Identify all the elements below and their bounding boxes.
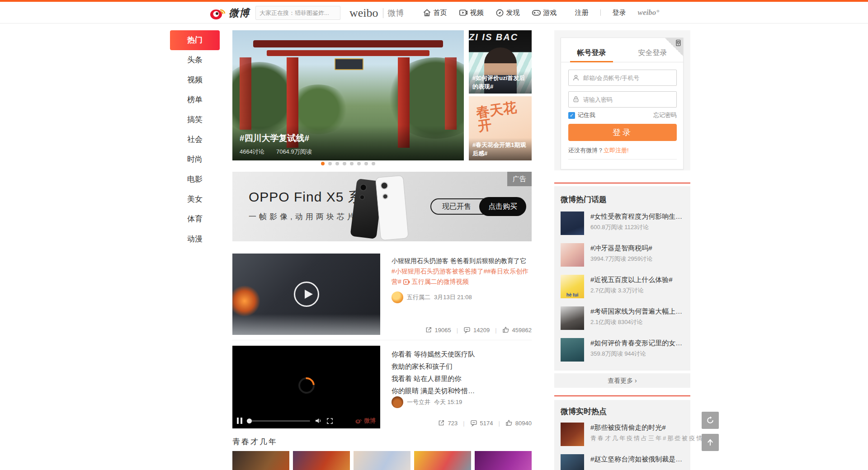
remember-checkbox[interactable]: ✓ (568, 112, 575, 119)
carousel-dot[interactable] (364, 162, 368, 165)
fullscreen-icon[interactable] (326, 418, 333, 424)
account-input[interactable] (583, 75, 673, 81)
topic-thumbnail (561, 338, 584, 362)
forgot-password-link[interactable]: 忘记密码 (653, 111, 677, 119)
password-input[interactable] (583, 96, 673, 103)
brand-divider (383, 8, 383, 18)
post2-stats: 723 | 5174 | 80940 (438, 419, 532, 427)
refresh-button[interactable] (702, 412, 719, 429)
post2-comment-button[interactable]: 5174 (470, 419, 493, 427)
view-more-button[interactable]: 查看更多 › (554, 373, 690, 388)
weibo-logo[interactable]: 微博 (210, 6, 250, 20)
post2-share-button[interactable]: 723 (438, 419, 458, 427)
carousel-dot[interactable] (372, 162, 375, 165)
login-button[interactable]: 登录 (568, 124, 677, 141)
post2-avatar[interactable] (392, 396, 403, 408)
post2-video-thumbnail[interactable]: 微博 (232, 346, 380, 428)
search-input[interactable] (259, 9, 339, 16)
post1-share-button[interactable]: 19065 (425, 326, 451, 334)
gate-pillar (445, 57, 457, 130)
post2-text[interactable]: 你看着 等待嫣然天使医疗队 救助的家长和孩子们 我看着 站在人群里的你 你的眼睛… (392, 348, 533, 397)
topic-item[interactable]: #女性受教育程度为何影响生育意愿# 600.8万阅读 1123讨论 (561, 212, 684, 240)
post1-author-name[interactable]: 五行属二 (407, 293, 430, 301)
sidebar-item-headlines[interactable]: 头条 (170, 50, 220, 70)
sidebar-item-video[interactable]: 视频 (170, 70, 220, 90)
sidebar-item-beauty[interactable]: 美女 (170, 189, 220, 209)
nav-home[interactable]: 首页 (423, 9, 447, 17)
topic-thumbnail: hè tui (561, 275, 584, 298)
sidebar-item-anime[interactable]: 动漫 (170, 229, 220, 249)
brand-wordmark: weibo 微博 (349, 6, 404, 20)
feed-thumbnail[interactable] (293, 451, 350, 470)
sidebar-item-fashion[interactable]: 时尚 (170, 150, 220, 169)
ad-buy-button[interactable]: 点击购买 (479, 197, 526, 216)
signup-link[interactable]: 立即注册! (604, 147, 629, 154)
carousel-dot[interactable] (328, 162, 332, 165)
carousel-main-slide[interactable]: #四川大学复试线# 4664讨论 7064.9万阅读 (232, 30, 464, 160)
carousel-dot[interactable] (321, 162, 325, 165)
topic-item[interactable]: #考研国家线为何普遍大幅上涨# 2.1亿阅读 8304讨论 (561, 306, 684, 334)
sidebar-item-society[interactable]: 社会 (170, 130, 220, 150)
volume-icon[interactable] (315, 418, 322, 424)
sidebar-item-sports[interactable]: 体育 (170, 209, 220, 229)
feed-thumbnail[interactable] (475, 451, 532, 470)
carousel-title[interactable]: #四川大学复试线# (240, 132, 457, 144)
video-icon (459, 9, 468, 17)
ad-banner-oppo[interactable]: 广告 OPPO Find X5 系列 一帧影像,动用两块芯片 现已开售 点击购买 (232, 172, 532, 241)
nav-game[interactable]: 游戏 (532, 9, 557, 17)
top-navigation: 首页 视频 发现 游戏 注册 登录 (423, 2, 659, 24)
search-box[interactable] (255, 6, 340, 20)
sidebar-item-hot[interactable]: 热门 (170, 30, 220, 50)
post1-video-link[interactable]: 五行属二的微博视频 (412, 278, 469, 285)
post1-text[interactable]: 小猩猩用石头扔游客 爸爸看到后狠狠的教育了它 #小猩猩用石头扔游客被爸爸揍了##… (392, 256, 533, 287)
share-icon (438, 419, 445, 427)
carousel-dot[interactable] (335, 162, 339, 165)
realtime-item[interactable]: #赵立坚称台湾如被俄制裁是咎由自… (561, 454, 684, 470)
login-card: 帐号登录 安全登录 ✓ 记住我 忘记密码 登录 还没有微博？立即注册! (561, 38, 684, 169)
feed-thumbnail[interactable] (354, 451, 410, 470)
play-button-icon[interactable] (294, 282, 319, 307)
tab-safe-login[interactable]: 安全登录 (622, 45, 683, 62)
carousel-dot[interactable] (343, 162, 346, 165)
post2-like-button[interactable]: 80940 (505, 419, 532, 427)
tab-account-login[interactable]: 帐号登录 (561, 45, 622, 62)
post1-comment-button[interactable]: 14209 (463, 326, 490, 334)
nav-discover[interactable]: 发现 (495, 9, 520, 17)
nav-video[interactable]: 视频 (459, 9, 484, 17)
weibo-logo-text: 微博 (229, 6, 250, 20)
realtime-item[interactable]: #那些被疫情偷走的时光# 青春才几年疫情占三年#那些被疫情… (561, 423, 684, 451)
post1-avatar[interactable] (392, 291, 403, 303)
back-to-top-button[interactable] (702, 434, 719, 451)
signup-row: 还没有微博？立即注册! (568, 146, 629, 155)
carousel-dot[interactable] (357, 162, 361, 165)
share-icon (425, 326, 432, 334)
post2-time: 今天 15:19 (434, 398, 462, 406)
hot-topics-panel: 微博热门话题 #女性受教育程度为何影响生育意愿# 600.8万阅读 1123讨论… (554, 186, 690, 371)
carousel-side-slide-uzi[interactable]: ZI IS BAC #如何评价uzi首发后的表现# (469, 30, 532, 94)
thumbs-up-icon (505, 419, 513, 427)
carousel-dot[interactable] (350, 162, 354, 165)
post1-video-thumbnail[interactable] (232, 254, 380, 335)
sidebar-item-rank[interactable]: 榜单 (170, 90, 220, 110)
thumbnail-text: hè tui (561, 292, 584, 297)
nav-login[interactable]: 登录 (613, 9, 626, 17)
topic-item[interactable]: #如何评价青春变形记里的女性力量# 359.8万阅读 944讨论 (561, 338, 684, 366)
post1-like-button[interactable]: 459862 (502, 326, 532, 334)
topic-item[interactable]: #冲牙器是智商税吗# 3994.7万阅读 2959讨论 (561, 243, 684, 271)
sidebar-item-movie[interactable]: 电影 (170, 169, 220, 189)
feed-thumbnail[interactable] (414, 451, 471, 470)
section-divider-red (554, 395, 690, 396)
pause-button[interactable] (237, 418, 242, 424)
carousel-side-slide-spring[interactable]: 春天花开 #春天花会开第1期观后感# (469, 96, 532, 160)
topic-item[interactable]: hè tui #近视五百度以上什么体验# 2.7亿阅读 3.3万讨论 (561, 275, 684, 303)
topic-thumbnail (561, 243, 584, 267)
post2-author-name[interactable]: 一号立井 (407, 398, 430, 406)
gate-roof (267, 50, 429, 56)
feed-thumbnail[interactable] (232, 451, 289, 470)
post-divider (232, 340, 532, 340)
sidebar-item-funny[interactable]: 搞笑 (170, 110, 220, 130)
video-progress-bar[interactable] (247, 420, 310, 422)
post1-stats: 19065 | 14209 | 459862 (425, 326, 532, 334)
post1-time: 3月13日 21:08 (434, 293, 472, 301)
nav-register[interactable]: 注册 (575, 9, 589, 17)
